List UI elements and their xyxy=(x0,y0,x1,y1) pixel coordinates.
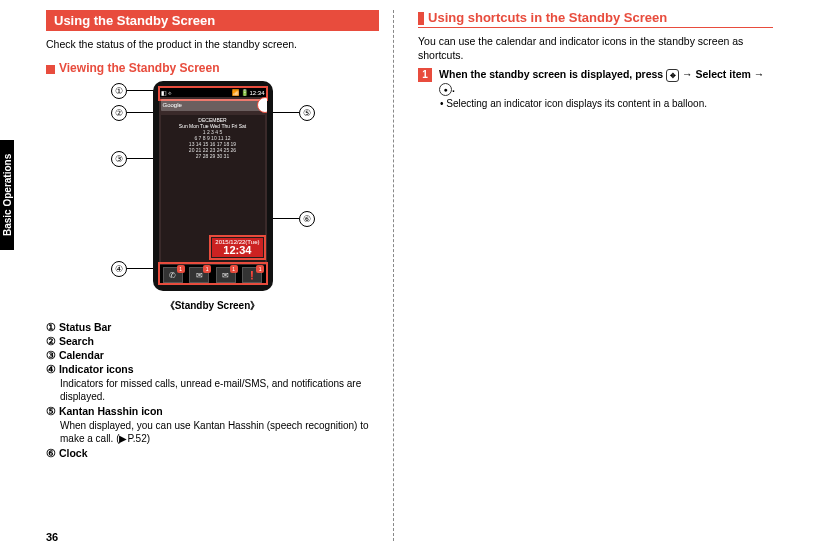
indicator-badge: 1 xyxy=(203,265,211,273)
search-bar: Google xyxy=(161,99,265,111)
step-1-text-a: When the standby screen is displayed, pr… xyxy=(439,68,666,80)
intro-text: Check the status of the product in the s… xyxy=(46,37,379,51)
callout-5: ⑤ xyxy=(299,105,315,121)
step-1-bullet: • Selecting an indicator icon displays i… xyxy=(440,98,773,109)
indicator-missed-call-icon: ✆1 xyxy=(163,267,183,283)
callout-1: ① xyxy=(111,83,127,99)
figure-caption: 《Standby Screen》 xyxy=(46,299,379,313)
clock-widget: 2015/12/22(Tue) 12:34 xyxy=(212,238,262,257)
legend-4: ④ Indicator icons xyxy=(46,363,379,375)
shortcuts-title-label: Using shortcuts in the Standby Screen xyxy=(428,10,667,25)
legend-2: ② Search xyxy=(46,335,379,347)
callout-6: ⑥ xyxy=(299,211,315,227)
callout-2: ② xyxy=(111,105,127,121)
legend-4-sub: Indicators for missed calls, unread e-ma… xyxy=(60,377,379,403)
viewing-head-label: Viewing the Standby Screen xyxy=(59,61,220,75)
calendar-row: 27 28 29 30 31 xyxy=(163,153,263,159)
indicator-badge: 1 xyxy=(230,265,238,273)
center-key-icon: ● xyxy=(439,83,452,96)
indicator-badge: 1 xyxy=(256,265,264,273)
legend-1: ① Status Bar xyxy=(46,321,379,333)
indicator-sms-icon: ✉1 xyxy=(216,267,236,283)
legend-6: ⑥ Clock xyxy=(46,447,379,459)
search-label: Google xyxy=(163,102,182,108)
indicator-row: ✆1 ✉1 ✉1 ❗1 xyxy=(159,265,267,285)
indicator-mail-icon: ✉1 xyxy=(189,267,209,283)
legend-5-sub: When displayed, you can use Kantan Hassh… xyxy=(60,419,379,445)
red-bar-icon xyxy=(418,12,424,25)
side-tab-basic-operations: Basic Operations xyxy=(0,140,14,250)
red-square-icon xyxy=(46,65,55,74)
phone-frame: ◧ ⟐ 📶 🔋 12:34 Google DECEMBER Sun Mon Tu… xyxy=(153,81,273,291)
phone-screen: ◧ ⟐ 📶 🔋 12:34 Google DECEMBER Sun Mon Tu… xyxy=(159,87,267,285)
highlight-clock xyxy=(209,235,265,260)
phone-illustration: ① ② ③ ④ ⑤ ⑥ ◧ ⟐ 📶 🔋 12:34 xyxy=(83,81,343,291)
step-1-text-c: . xyxy=(452,82,455,94)
subsection-viewing-standby: Viewing the Standby Screen xyxy=(46,61,379,75)
kantan-hasshin-icon xyxy=(257,97,267,113)
callout-3: ③ xyxy=(111,151,127,167)
indicator-notify-icon: ❗1 xyxy=(242,267,262,283)
page-number: 36 xyxy=(46,531,58,543)
step-1: 1 When the standby screen is displayed, … xyxy=(418,68,773,95)
right-column: Using shortcuts in the Standby Screen Yo… xyxy=(394,10,787,541)
indicator-badge: 1 xyxy=(177,265,185,273)
shortcuts-intro: You can use the calendar and indicator i… xyxy=(418,34,773,62)
step-1-text: When the standby screen is displayed, pr… xyxy=(439,68,772,95)
step-number-1: 1 xyxy=(418,68,432,82)
left-column: Using the Standby Screen Check the statu… xyxy=(0,10,393,541)
dpad-key-icon: ✥ xyxy=(666,69,679,82)
legend-3: ③ Calendar xyxy=(46,349,379,361)
section-title-using-standby: Using the Standby Screen xyxy=(46,10,379,31)
legend-5: ⑤ Kantan Hasshin icon xyxy=(46,405,379,417)
callout-4: ④ xyxy=(111,261,127,277)
section-title-shortcuts: Using shortcuts in the Standby Screen xyxy=(418,10,773,28)
step-1-text-b: → Select item → xyxy=(679,68,764,80)
